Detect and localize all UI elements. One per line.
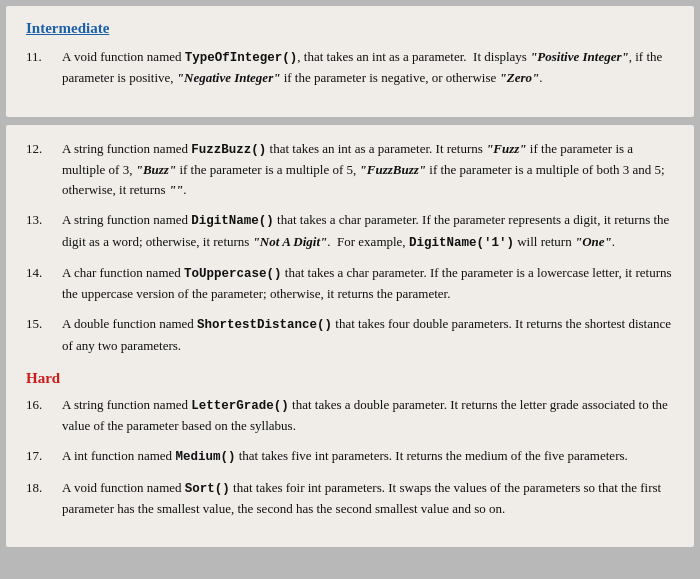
item-text: A void function named Sort() that takes … <box>62 478 674 520</box>
list-item: 12. A string function named FuzzBuzz() t… <box>26 139 674 201</box>
quoted-text: "Zero" <box>500 70 540 85</box>
list-item: 17. A int function named Medium() that t… <box>26 446 674 467</box>
function-call: DigitName('1') <box>409 236 514 250</box>
item-text: A void function named TypeOfInteger(), t… <box>62 47 674 89</box>
card-main: 12. A string function named FuzzBuzz() t… <box>6 125 694 548</box>
item-number: 15. <box>26 314 62 356</box>
quoted-text: "Positive Integer" <box>530 49 629 64</box>
item-number: 12. <box>26 139 62 201</box>
list-item: 11. A void function named TypeOfInteger(… <box>26 47 674 89</box>
section-title-hard: Hard <box>26 370 60 386</box>
quoted-text: "Buzz" <box>136 162 176 177</box>
list-item: 18. A void function named Sort() that ta… <box>26 478 674 520</box>
item-text: A string function named LetterGrade() th… <box>62 395 674 437</box>
item-text: A string function named FuzzBuzz() that … <box>62 139 674 201</box>
section-title-intermediate: Intermediate <box>26 20 674 37</box>
item-text: A double function named ShortestDistance… <box>62 314 674 356</box>
list-item: 14. A char function named ToUppercase() … <box>26 263 674 305</box>
item-number: 17. <box>26 446 62 467</box>
item-number: 13. <box>26 210 62 253</box>
quoted-text: "One" <box>575 234 612 249</box>
item-number: 18. <box>26 478 62 520</box>
quoted-text: "Negative Integer" <box>177 70 281 85</box>
function-name: LetterGrade() <box>191 399 289 413</box>
function-name: ToUppercase() <box>184 267 282 281</box>
page-container: Intermediate 11. A void function named T… <box>0 0 700 579</box>
item-number: 16. <box>26 395 62 437</box>
list-item: 13. A string function named DigitName() … <box>26 210 674 253</box>
item-text: A char function named ToUppercase() that… <box>62 263 674 305</box>
quoted-text: "Fuzz" <box>486 141 526 156</box>
item-number: 14. <box>26 263 62 305</box>
item-text: A string function named DigitName() that… <box>62 210 674 253</box>
function-name: ShortestDistance() <box>197 318 332 332</box>
list-item: 15. A double function named ShortestDist… <box>26 314 674 356</box>
function-name: Medium() <box>175 450 235 464</box>
quoted-text: "" <box>169 182 183 197</box>
function-name: FuzzBuzz() <box>191 143 266 157</box>
quoted-text: "Not A Digit" <box>253 234 328 249</box>
item-number: 11. <box>26 47 62 89</box>
function-name: DigitName() <box>191 214 274 228</box>
function-name: Sort() <box>185 482 230 496</box>
card-intermediate: Intermediate 11. A void function named T… <box>6 6 694 117</box>
quoted-text: "FuzzBuzz" <box>360 162 426 177</box>
item-text: A int function named Medium() that takes… <box>62 446 674 467</box>
function-name: TypeOfInteger() <box>185 51 298 65</box>
list-item: 16. A string function named LetterGrade(… <box>26 395 674 437</box>
